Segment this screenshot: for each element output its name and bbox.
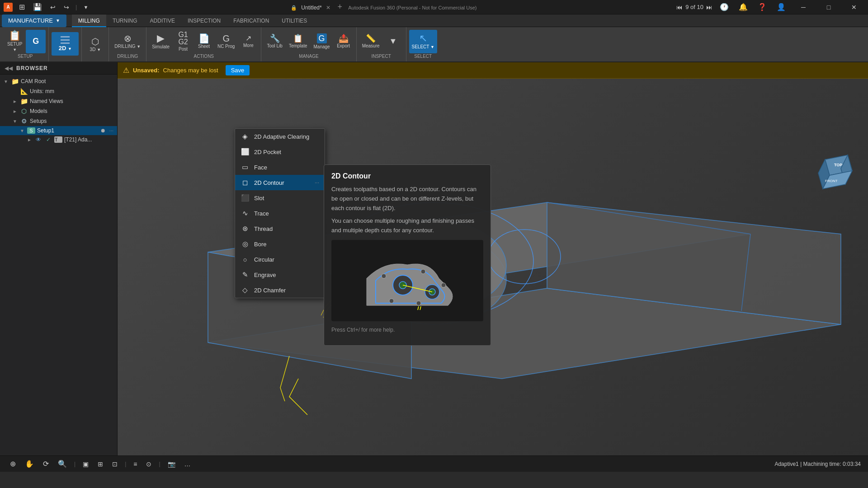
status-info: Adaptive1 | Machining time: 0:03:34 <box>774 461 861 467</box>
dd-item-2d-adaptive[interactable]: ◈ 2D Adaptive Clearing <box>235 129 325 144</box>
models-label: Models <box>30 108 47 114</box>
viewport[interactable]: ⚠ Unsaved: Changes may be lost Save ◈ 2D… <box>118 62 868 455</box>
pan-btn[interactable]: ✋ <box>22 458 37 470</box>
tab-additive[interactable]: ADDITIVE <box>144 14 181 27</box>
tree-item-t21[interactable]: ► 👁 ✓ T [T21] Ada... <box>0 135 117 144</box>
dd-item-thread[interactable]: ⊛ Thread <box>235 221 325 236</box>
setup-btn[interactable]: 📋 SETUP ▼ <box>5 30 25 53</box>
save-btn-tb[interactable]: 💾 <box>30 1 45 13</box>
tab-close[interactable]: ✕ <box>326 5 330 11</box>
grid-btn[interactable]: ⊞ <box>16 1 28 13</box>
env-btn[interactable]: ⊙ <box>143 459 154 469</box>
drilling-btn[interactable]: ⊗ DRILLING ▼ <box>112 30 143 53</box>
tab-milling[interactable]: MILLING <box>72 14 106 27</box>
browser-tree: ▼ 📁 CAM Root 📐 Units: mm ► 📁 Named Views… <box>0 75 117 455</box>
3d-btn[interactable]: ⬡ 3D ▼ <box>85 33 105 56</box>
dd-item-trace[interactable]: ∿ Trace <box>235 206 325 221</box>
browser-panel: ◀◀ BROWSER ▼ 📁 CAM Root 📐 Units: mm ► 📁 … <box>0 62 118 455</box>
dd-label: Circular <box>254 256 274 263</box>
tab-utilities[interactable]: UTILITIES <box>275 14 313 27</box>
appearance-btn[interactable]: ≡ <box>131 459 140 469</box>
tree-item-camroot[interactable]: ▼ 📁 CAM Root <box>0 76 117 86</box>
unsaved-banner: ⚠ Unsaved: Changes may be lost Save <box>118 62 868 79</box>
g-btn[interactable]: G <box>26 30 46 53</box>
manufacture-btn[interactable]: MANUFACTURE ▼ <box>2 14 66 27</box>
save-button[interactable]: Save <box>226 65 250 75</box>
snap-btn[interactable]: ⊕ <box>7 458 19 470</box>
view-cube[interactable]: TOP FRONT <box>814 148 859 202</box>
redo-btn[interactable]: ↪ <box>61 2 72 13</box>
dd-item-face[interactable]: ▭ Face <box>235 160 325 175</box>
dd-item-circular[interactable]: ○ Circular <box>235 252 325 267</box>
maximize-btn[interactable]: □ <box>818 0 839 14</box>
export-btn[interactable]: 📤 Export <box>334 30 354 53</box>
units-label: Units: mm <box>30 88 54 94</box>
tooltip-title: 2D Contour <box>331 172 483 180</box>
statusbar: ⊕ ✋ ⟳ 🔍 | ▣ ⊞ ⊡ | ≡ ⊙ | 📷 … Adaptive1 | … <box>0 455 868 472</box>
dd-label: Engrave <box>254 272 276 278</box>
ribbon-group-select: ↖ SELECT ▼ SELECT <box>406 27 440 61</box>
tab-name: Untitled* <box>301 5 321 11</box>
display-mode-btn[interactable]: ▣ <box>80 459 91 469</box>
g-manage-btn[interactable]: G Manage <box>311 30 332 53</box>
menu-btn[interactable]: ▼ <box>80 3 91 12</box>
dd-item-engrave[interactable]: ✎ Engrave <box>235 267 325 282</box>
svg-point-15 <box>382 274 386 278</box>
user-icon[interactable]: 👤 <box>774 1 788 13</box>
dd-item-bore[interactable]: ◎ Bore <box>235 236 325 252</box>
tool-lib-btn[interactable]: 🔧 Tool Lib <box>264 30 285 53</box>
tab-lock: 🔒 <box>291 5 297 10</box>
dd-more-icon: ··· <box>315 179 319 186</box>
tab-add[interactable]: + <box>337 2 342 11</box>
template-btn[interactable]: 📋 Template <box>286 30 310 53</box>
bell-icon[interactable]: 🔔 <box>736 1 750 13</box>
tooltip-popup: 2D Contour Creates toolpaths based on a … <box>324 164 491 346</box>
minimize-btn[interactable]: ─ <box>793 0 814 14</box>
dd-label: 2D Chamfer <box>254 287 286 294</box>
gcode-btn[interactable]: G1G2 Post <box>173 30 193 53</box>
2d-btn[interactable]: 2D ▼ <box>52 32 79 56</box>
snap-settings-btn[interactable]: ⊡ <box>109 459 120 469</box>
t21-label: [T21] Ada... <box>64 136 92 143</box>
measure-btn[interactable]: 📏 Measure <box>359 30 382 53</box>
inspect-more-btn[interactable]: ▼ <box>383 30 403 53</box>
camroot-label: CAM Root <box>21 78 46 84</box>
viewport-bg <box>118 62 868 455</box>
unsaved-label: Unsaved: <box>133 67 160 74</box>
dd-item-slot[interactable]: ⬛ Slot <box>235 190 325 206</box>
tab-turning[interactable]: TURNING <box>106 14 144 27</box>
ribbon-group-2d: 2D ▼ <box>49 27 82 61</box>
tree-item-namedviews[interactable]: ► 📁 Named Views <box>0 96 117 106</box>
tree-item-units[interactable]: 📐 Units: mm <box>0 86 117 96</box>
3d-scene <box>118 62 868 455</box>
dd-item-2d-contour[interactable]: ◻ 2D Contour ··· <box>235 175 325 190</box>
tab-fabrication[interactable]: FABRICATION <box>227 14 275 27</box>
tree-item-setup1[interactable]: ▼ S Setup1 ⏺ ··· <box>0 126 117 135</box>
drilling-label: DRILLING <box>117 54 138 60</box>
close-btn[interactable]: ✕ <box>844 0 864 14</box>
undo-btn[interactable]: ↩ <box>47 2 58 13</box>
more-btn[interactable]: … <box>182 459 193 469</box>
ribbon-group-inspect: 📏 Measure ▼ INSPECT <box>357 27 406 61</box>
tree-item-models[interactable]: ► ⬡ Models <box>0 106 117 116</box>
simulate-btn[interactable]: ▶ Simulate <box>149 30 172 53</box>
statusbar-tools: ⊕ ✋ ⟳ 🔍 | ▣ ⊞ ⊡ | ≡ ⊙ | 📷 … <box>7 458 193 470</box>
tree-item-setups[interactable]: ▼ ⚙ Setups <box>0 116 117 126</box>
select-btn[interactable]: ↖ SELECT ▼ <box>409 30 437 53</box>
orbit-btn[interactable]: ⟳ <box>40 458 52 470</box>
actions-more-btn[interactable]: ↗ More <box>238 30 258 53</box>
zoom-btn[interactable]: 🔍 <box>55 458 70 470</box>
tab-inspection[interactable]: INSPECTION <box>181 14 227 27</box>
ribbon-group-manage: 🔧 Tool Lib 📋 Template G Manage 📤 Export … <box>261 27 356 61</box>
clock-icon[interactable]: 🕐 <box>717 1 731 13</box>
effects-btn[interactable]: 📷 <box>165 459 178 469</box>
dd-item-2d-chamfer[interactable]: ◇ 2D Chamfer <box>235 282 325 298</box>
svg-point-17 <box>441 283 446 287</box>
browser-back-btn[interactable]: ◀◀ <box>5 65 13 71</box>
dd-item-2d-pocket[interactable]: ⬜ 2D Pocket <box>235 144 325 160</box>
grid-settings-btn[interactable]: ⊞ <box>95 459 106 469</box>
help-icon[interactable]: ❓ <box>755 1 769 13</box>
dropdown-2d-menu: ◈ 2D Adaptive Clearing ⬜ 2D Pocket ▭ Fac… <box>235 128 325 298</box>
setup-sheet-btn[interactable]: 📄 Sheet <box>194 30 214 53</box>
nc-prog-btn[interactable]: G NC Prog <box>215 30 237 53</box>
